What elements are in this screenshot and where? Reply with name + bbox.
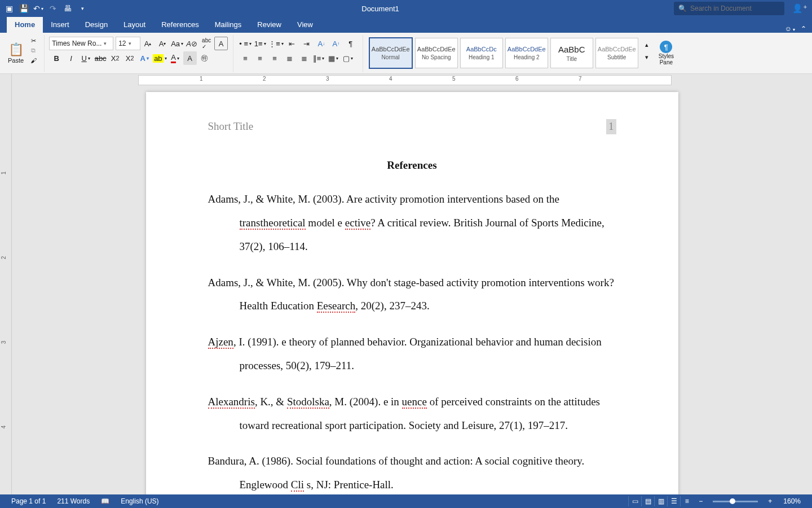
text-run[interactable]: , K., & bbox=[255, 396, 287, 408]
header-page-number[interactable]: 1 bbox=[606, 119, 616, 134]
save-icon[interactable]: 💾 bbox=[19, 4, 28, 13]
vertical-ruler[interactable]: 1234 bbox=[0, 85, 12, 498]
zoom-level[interactable]: 160% bbox=[778, 497, 806, 505]
text-run[interactable]: s, NJ: Prentice-Hall. bbox=[304, 479, 394, 491]
zoom-in-button[interactable]: + bbox=[762, 497, 778, 505]
underline-button[interactable]: U▾ bbox=[79, 51, 92, 65]
redo-icon[interactable]: ↷ bbox=[48, 4, 58, 13]
web-layout-icon[interactable]: ▥ bbox=[654, 496, 667, 506]
numbering-button[interactable]: 1≡▾ bbox=[253, 37, 267, 50]
tab-view[interactable]: View bbox=[289, 17, 321, 33]
page[interactable]: Short Title 1 References Adams, J., & Wh… bbox=[146, 92, 678, 498]
text-run[interactable]: , I. (1991). e theory of planned behavio… bbox=[233, 336, 602, 371]
styles-scroll-up-icon[interactable]: ▴ bbox=[641, 39, 652, 50]
copy-button[interactable]: ⧉ bbox=[28, 46, 39, 55]
change-case-button[interactable]: Aa▾ bbox=[170, 37, 184, 50]
cut-button[interactable]: ✂ bbox=[28, 37, 39, 45]
styles-pane-button[interactable]: ¶ Styles Pane bbox=[659, 36, 674, 70]
subscript-button[interactable]: X2 bbox=[108, 51, 122, 65]
bullets-button[interactable]: • ≡▾ bbox=[239, 37, 252, 50]
text-run[interactable]: Adams, J., & White, M. (2003). Are activ… bbox=[208, 193, 559, 205]
spellcheck-underline[interactable]: uence bbox=[402, 396, 427, 409]
highlight-button[interactable]: ab▾ bbox=[152, 51, 167, 65]
strikethrough-button[interactable]: abc bbox=[94, 51, 107, 65]
tab-mailings[interactable]: Mailings bbox=[207, 17, 250, 33]
decrease-indent-button[interactable]: ⇤ bbox=[285, 37, 299, 50]
format-painter-button[interactable]: 🖌 bbox=[28, 56, 39, 65]
style-subtitle[interactable]: AaBbCcDdEeSubtitle bbox=[595, 38, 638, 68]
search-input[interactable] bbox=[689, 4, 776, 13]
font-name-combo[interactable]: Times New Ro...▾ bbox=[49, 37, 113, 50]
spellcheck-underline[interactable]: ective bbox=[345, 217, 370, 230]
draft-view-icon[interactable]: ≡ bbox=[680, 496, 693, 506]
status-spellcheck-icon[interactable]: 📖 bbox=[95, 497, 115, 505]
spellcheck-underline[interactable]: Stodolska bbox=[287, 396, 329, 409]
justify-button[interactable]: ≣ bbox=[283, 51, 296, 65]
reference-entry[interactable]: Adams, J., & White, M. (2003). Are activ… bbox=[208, 187, 616, 258]
spellcheck-underline[interactable]: Ajzen bbox=[208, 336, 233, 349]
text-run[interactable]: , M. (2004). e in bbox=[329, 396, 402, 408]
reference-entry[interactable]: Adams, J., & White, M. (2005). Why don't… bbox=[208, 271, 616, 318]
style-no-spacing[interactable]: AaBbCcDdEeNo Spacing bbox=[415, 38, 458, 68]
tab-layout[interactable]: Layout bbox=[116, 17, 153, 33]
character-shading-button[interactable]: A bbox=[183, 51, 197, 65]
outline-view-icon[interactable]: ☰ bbox=[667, 496, 680, 506]
tab-insert[interactable]: Insert bbox=[43, 17, 77, 33]
paste-button[interactable]: 📋 Paste bbox=[8, 36, 24, 70]
tab-references[interactable]: References bbox=[153, 17, 206, 33]
borders-button[interactable]: ▢▾ bbox=[341, 51, 355, 65]
align-left-button[interactable]: ≡ bbox=[239, 51, 252, 65]
zoom-slider[interactable] bbox=[713, 501, 758, 502]
align-right-button[interactable]: ≡ bbox=[268, 51, 281, 65]
spellcheck-underline[interactable]: Eesearch bbox=[317, 300, 356, 313]
style-normal[interactable]: AaBbCcDdEeNormal bbox=[369, 37, 413, 69]
distributed-button[interactable]: ≣ bbox=[297, 51, 311, 65]
print-icon[interactable]: 🖶 bbox=[63, 4, 72, 13]
status-page[interactable]: Page 1 of 1 bbox=[6, 497, 51, 505]
document-canvas[interactable]: Short Title 1 References Adams, J., & Wh… bbox=[12, 85, 812, 498]
sort-button[interactable]: A↓ bbox=[315, 37, 328, 50]
references-heading[interactable]: References bbox=[208, 158, 616, 173]
text-run[interactable]: , 20(2), 237–243. bbox=[355, 300, 429, 312]
header-short-title[interactable]: Short Title bbox=[208, 119, 254, 134]
reference-entry[interactable]: Alexandris, K., & Stodolska, M. (2004). … bbox=[208, 390, 616, 437]
reference-entry[interactable]: Bandura, A. (1986). Social foundations o… bbox=[208, 449, 616, 497]
view-mode-icon[interactable]: ▣ bbox=[5, 4, 14, 13]
collapse-ribbon-icon[interactable]: ⌃ bbox=[801, 25, 806, 33]
phonetic-guide-button[interactable]: abc✓ bbox=[200, 37, 213, 50]
enclose-characters-button[interactable]: ㊕ bbox=[198, 51, 211, 65]
focus-mode-icon[interactable]: ▭ bbox=[628, 496, 641, 506]
styles-scroll-down-icon[interactable]: ▾ bbox=[641, 51, 652, 63]
italic-button[interactable]: I bbox=[64, 51, 78, 65]
bold-button[interactable]: B bbox=[50, 51, 63, 65]
shading-button[interactable]: ▦▾ bbox=[326, 51, 340, 65]
undo-icon[interactable]: ↶▾ bbox=[34, 4, 43, 13]
text-run[interactable]: Bandura, A. (1986). Social foundations o… bbox=[208, 455, 585, 491]
font-size-combo[interactable]: 12▾ bbox=[116, 37, 140, 50]
style-heading-1[interactable]: AaBbCcDcHeading 1 bbox=[460, 38, 503, 68]
align-center-button[interactable]: ≡ bbox=[253, 51, 267, 65]
status-word-count[interactable]: 211 Words bbox=[51, 497, 95, 505]
superscript-button[interactable]: X2 bbox=[123, 51, 136, 65]
share-icon[interactable]: 👤⁺ bbox=[792, 3, 807, 14]
tab-home[interactable]: Home bbox=[7, 17, 43, 33]
feedback-icon[interactable]: ☺▾ bbox=[785, 25, 795, 33]
show-marks-button[interactable]: ¶ bbox=[344, 37, 358, 50]
search-box[interactable]: 🔍 bbox=[674, 2, 784, 15]
line-spacing-button[interactable]: ‖≡▾ bbox=[312, 51, 325, 65]
style-title[interactable]: AaBbCTitle bbox=[550, 38, 593, 68]
sort-desc-button[interactable]: A↑ bbox=[329, 37, 343, 50]
shrink-font-button[interactable]: A▾ bbox=[156, 37, 169, 50]
spellcheck-underline[interactable]: transtheoretical bbox=[240, 217, 306, 230]
qat-customize-icon[interactable]: ▾ bbox=[78, 4, 87, 13]
reference-entry[interactable]: Ajzen, I. (1991). e theory of planned be… bbox=[208, 330, 616, 378]
character-border-button[interactable]: A bbox=[214, 37, 228, 50]
tab-design[interactable]: Design bbox=[77, 17, 116, 33]
print-layout-icon[interactable]: ▤ bbox=[641, 496, 654, 506]
increase-indent-button[interactable]: ⇥ bbox=[300, 37, 314, 50]
grow-font-button[interactable]: A▴ bbox=[141, 37, 155, 50]
text-effects-button[interactable]: A▾ bbox=[138, 51, 151, 65]
tab-review[interactable]: Review bbox=[249, 17, 289, 33]
style-heading-2[interactable]: AaBbCcDdEeHeading 2 bbox=[505, 38, 548, 68]
horizontal-ruler[interactable]: 1234567 bbox=[0, 74, 812, 85]
